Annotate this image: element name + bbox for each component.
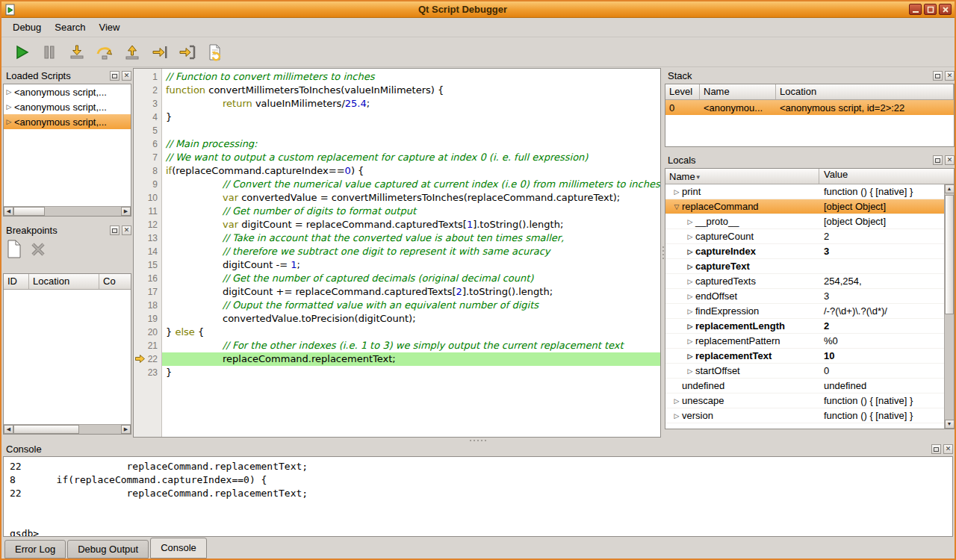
expander-icon[interactable]: ▷ [671,412,682,420]
console-close-button[interactable]: ✕ [943,444,953,454]
tab-error-log[interactable]: Error Log [4,540,66,559]
horizontal-splitter-handle[interactable] [1,438,955,443]
locals-column-header-value[interactable]: Value [819,169,954,184]
stack-column-header[interactable]: Level [665,84,700,99]
console-prompt[interactable]: qsdb> [10,527,946,537]
locals-row[interactable]: ▷__proto__[object Object] [665,214,944,229]
tab-console[interactable]: Console [150,538,207,559]
gutter-line[interactable]: 10 [134,191,161,205]
stack-column-header[interactable]: Location [776,84,954,99]
locals-row[interactable]: ▽replaceCommand[object Object] [665,199,944,214]
expander-icon[interactable]: ▷ [671,397,682,405]
breakpoints-column-header[interactable]: Co [99,274,131,289]
gutter-line[interactable]: 22 [134,352,161,366]
new-breakpoint-button[interactable] [6,240,22,262]
gutter-line[interactable]: 3 [134,97,161,111]
expander-icon[interactable]: ▷ [685,352,695,360]
maximize-button[interactable] [924,4,937,15]
gutter-line[interactable]: 12 [134,218,161,231]
loaded-scripts-close-button[interactable]: ✕ [122,71,131,81]
locals-row[interactable]: ▷replacementText10 [665,349,944,364]
tab-debug-output[interactable]: Debug Output [67,540,149,559]
scroll-left-button[interactable]: ◀ [4,207,13,216]
gutter-line[interactable]: 14 [134,245,161,258]
editor-code[interactable]: // Function to convert millimeters to in… [162,69,660,437]
editor-gutter[interactable]: 1234567891011121314151617181920212223 [134,69,162,437]
locals-row[interactable]: ▷replacementPattern%0 [665,334,944,349]
menu-item-debug[interactable]: Debug [6,19,48,36]
expander-icon[interactable]: ▷ [671,188,682,196]
step-into-button[interactable] [66,41,88,63]
expander-icon[interactable]: ▷ [685,248,695,255]
titlebar[interactable]: Qt Script Debugger [1,1,955,18]
breakpoints-column-header[interactable]: ID [4,274,29,289]
expander-icon[interactable]: ▷ [685,278,695,285]
locals-row[interactable]: ▷replacementLength2 [665,319,944,334]
scroll-left-button[interactable]: ◀ [4,425,13,434]
menu-item-view[interactable]: View [93,19,127,36]
scrollbar-thumb[interactable] [945,195,954,314]
locals-float-button[interactable] [933,155,943,165]
menu-item-search[interactable]: Search [48,19,92,36]
gutter-line[interactable]: 19 [134,312,161,326]
locals-row[interactable]: ▷captureCount2 [665,229,944,244]
gutter-line[interactable]: 15 [134,258,161,272]
locals-column-header-name[interactable]: Name▼ [665,169,819,184]
scroll-up-button[interactable]: ▲ [945,184,955,193]
breakpoints-column-header[interactable]: Location [29,274,99,289]
breakpoints-float-button[interactable] [110,225,120,235]
step-out-button[interactable] [121,41,143,63]
gutter-line[interactable]: 7 [134,151,161,164]
breakpoints-close-button[interactable]: ✕ [122,225,131,235]
gutter-line[interactable]: 5 [134,124,161,137]
gutter-line[interactable]: 4 [134,111,161,124]
expander-icon[interactable]: ▷ [685,323,695,330]
gutter-line[interactable]: 1 [134,70,161,84]
gutter-line[interactable]: 8 [134,164,161,178]
delete-breakpoint-button[interactable] [30,241,46,261]
gutter-line[interactable]: 13 [134,231,161,245]
run-to-new-script-button[interactable] [176,41,199,63]
expander-icon[interactable]: ▷ [4,88,14,96]
breakpoints-horizontal-scrollbar[interactable]: ◀ ▶ [4,424,131,434]
expander-icon[interactable]: ▷ [4,118,14,125]
interrupt-button[interactable] [38,41,60,63]
stack-float-button[interactable] [933,71,943,81]
loaded-scripts-float-button[interactable] [110,71,120,81]
scrollbar-thumb[interactable] [13,425,79,434]
locals-row[interactable]: ▷startOffset0 [665,364,944,379]
expander-icon[interactable]: ▷ [685,308,695,315]
continue-button[interactable] [10,41,33,63]
gutter-line[interactable]: 20 [134,326,161,339]
locals-vertical-scrollbar[interactable]: ▲ ▼ [944,184,954,429]
scroll-right-button[interactable]: ▶ [121,425,131,434]
minimize-button[interactable] [909,4,922,15]
expander-icon[interactable]: ▽ [671,203,682,211]
locals-row[interactable]: ▷capturedTexts254,254, [665,274,944,289]
expander-icon[interactable]: ▷ [685,263,695,270]
gutter-line[interactable]: 2 [134,84,161,97]
go-to-script-button[interactable] [204,41,226,63]
scrollbar-thumb[interactable] [13,207,45,216]
step-over-button[interactable] [93,41,116,63]
expander-icon[interactable]: ▷ [685,367,695,375]
script-item[interactable]: ▷<anonymous script,... [4,84,131,99]
gutter-line[interactable]: 6 [134,137,161,151]
expander-icon[interactable]: ▷ [685,337,695,345]
console-panel[interactable]: 22 replaceCommand.replacementText;8 if(r… [3,456,953,537]
locals-close-button[interactable]: ✕ [945,155,955,165]
stack-close-button[interactable]: ✕ [945,71,955,81]
gutter-line[interactable]: 23 [134,366,161,379]
loaded-scripts-horizontal-scrollbar[interactable]: ◀ ▶ [4,206,131,216]
locals-row[interactable]: ▷printfunction () { [native] } [665,184,944,199]
expander-icon[interactable]: ▷ [685,233,695,240]
gutter-line[interactable]: 21 [134,339,161,352]
stack-column-header[interactable]: Name [700,84,776,99]
close-button[interactable] [939,4,952,15]
gutter-line[interactable]: 18 [134,299,161,312]
locals-row[interactable]: ▷versionfunction () { [native] } [665,408,944,423]
script-item[interactable]: ▷<anonymous script,... [4,114,131,129]
code-editor[interactable]: 1234567891011121314151617181920212223 //… [133,68,661,438]
scroll-down-button[interactable]: ▼ [945,420,955,429]
gutter-line[interactable]: 17 [134,285,161,299]
